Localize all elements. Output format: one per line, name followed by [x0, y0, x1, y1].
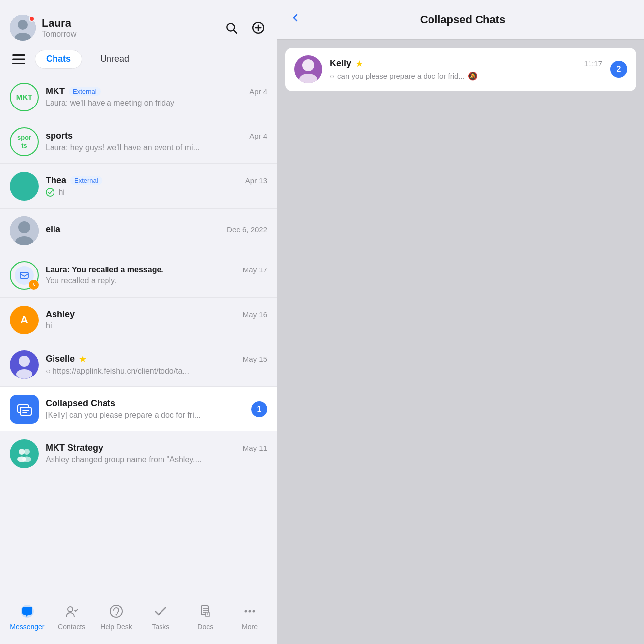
- chat-time-elia: Dec 6, 2022: [227, 225, 267, 234]
- nav-tasks-label: Tasks: [152, 623, 169, 631]
- svg-rect-8: [12, 54, 25, 56]
- chat-preview-mkt-strategy: Ashley changed group name from "Ashley,.…: [46, 455, 234, 464]
- svg-point-39: [249, 610, 251, 612]
- chat-item-sports[interactable]: sports sports Apr 4 Laura: hey guys! we'…: [0, 119, 277, 164]
- kelly-content: Kelly ★ 11:17 ○ can you please prepare a…: [330, 58, 602, 81]
- chat-name-sports: sports: [46, 131, 73, 141]
- svg-point-18: [16, 369, 32, 379]
- chat-content-recalled: Laura: You recalled a message. May 17 Yo…: [46, 266, 267, 285]
- compose-button[interactable]: [249, 19, 267, 37]
- search-button[interactable]: [222, 19, 240, 37]
- chat-preview-sports: Laura: hey guys! we'll have an event of …: [46, 143, 234, 152]
- nav-contacts-label: Contacts: [58, 623, 85, 631]
- helpdesk-icon: [109, 604, 124, 621]
- chat-name-giselle: Giselle: [46, 354, 75, 364]
- messenger-icon: [20, 604, 35, 621]
- chat-name-ashley: Ashley: [46, 309, 75, 320]
- svg-rect-15: [20, 272, 28, 278]
- left-panel: Laura Tomorrow: [0, 0, 277, 644]
- chat-avatar-giselle: [10, 350, 39, 379]
- chat-time-recalled: May 17: [243, 266, 267, 274]
- chat-item-elia[interactable]: elia Dec 6, 2022: [0, 209, 277, 253]
- svg-point-41: [302, 59, 314, 71]
- nav-helpdesk[interactable]: Help Desk: [97, 604, 136, 631]
- giselle-star: ★: [79, 354, 87, 365]
- chat-name-mkt: MKT: [46, 86, 65, 97]
- contacts-icon: [64, 604, 79, 621]
- svg-rect-10: [12, 63, 25, 64]
- nav-tasks[interactable]: Tasks: [141, 604, 180, 631]
- right-header: Collapsed Chats: [277, 0, 644, 40]
- chat-item-giselle[interactable]: Giselle ★ May 15 ○ https://applink.feish…: [0, 342, 277, 387]
- chat-time-mkt: Apr 4: [249, 87, 267, 96]
- nav-docs[interactable]: Docs: [185, 604, 225, 631]
- chat-avatar-mkt: MKT: [10, 83, 39, 111]
- online-indicator: [29, 16, 35, 22]
- chat-item-collapsed[interactable]: Collapsed Chats [Kelly] can you please p…: [0, 387, 277, 431]
- bottom-nav: Messenger Contacts Help Desk: [0, 590, 277, 644]
- svg-point-1: [18, 20, 28, 30]
- chat-name-elia: elia: [46, 224, 60, 235]
- header-left: Laura Tomorrow: [10, 15, 76, 41]
- nav-messenger[interactable]: Messenger: [7, 604, 47, 631]
- chat-content-ashley: Ashley May 16 hi: [46, 309, 267, 330]
- chat-name-mkt-strategy: MKT Strategy: [46, 443, 103, 453]
- kelly-circle-icon: ○: [330, 72, 334, 80]
- chat-avatar-ashley: A: [10, 306, 39, 334]
- chat-preview-giselle: ○ https://applink.feishu.cn/client/todo/…: [46, 367, 234, 376]
- chat-avatar-sports: sports: [10, 127, 39, 156]
- chat-avatar-elia: [10, 216, 39, 245]
- chat-preview-collapsed: [Kelly] can you please prepare a doc for…: [46, 411, 234, 420]
- chat-preview-mkt: Laura: we'll have a meeting on friday: [46, 99, 234, 107]
- chat-preview-recalled: You recalled a reply.: [46, 276, 234, 285]
- nav-more-label: More: [242, 623, 258, 631]
- svg-point-30: [115, 614, 117, 615]
- nav-more[interactable]: More: [230, 604, 269, 631]
- svg-point-11: [46, 188, 54, 196]
- svg-point-40: [253, 610, 255, 612]
- kelly-chat-item[interactable]: Kelly ★ 11:17 ○ can you please prepare a…: [285, 48, 636, 91]
- svg-point-42: [299, 74, 317, 83]
- chat-time-ashley: May 16: [243, 310, 267, 319]
- chat-name-recalled: Laura: You recalled a message.: [46, 266, 163, 274]
- chat-item-ashley[interactable]: A Ashley May 16 hi: [0, 298, 277, 342]
- chat-content-elia: elia Dec 6, 2022: [46, 224, 267, 237]
- external-badge-thea: External: [70, 176, 102, 185]
- nav-contacts[interactable]: Contacts: [52, 604, 92, 631]
- right-content: Kelly ★ 11:17 ○ can you please prepare a…: [277, 40, 644, 644]
- user-name: Laura: [42, 17, 76, 30]
- tasks-icon: [153, 604, 168, 621]
- chat-item-recalled[interactable]: Laura: You recalled a message. May 17 Yo…: [0, 253, 277, 298]
- kelly-avatar: [294, 55, 322, 83]
- right-panel: Collapsed Chats Kelly ★ 11:17: [277, 0, 644, 644]
- back-button[interactable]: [289, 12, 301, 27]
- chat-preview-thea: hi: [46, 188, 234, 197]
- chat-avatar-mkt-strategy: [10, 439, 39, 468]
- docs-icon: [198, 604, 213, 621]
- unread-tab[interactable]: Unread: [89, 50, 140, 68]
- chat-avatar-recalled: [10, 261, 39, 290]
- chat-item-mkt[interactable]: MKT MKT External Apr 4 Laura: we'll have…: [0, 75, 277, 119]
- chats-tab[interactable]: Chats: [35, 50, 82, 69]
- svg-rect-9: [12, 58, 25, 60]
- chat-name-thea: Thea: [46, 175, 66, 186]
- kelly-preview: ○ can you please prepare a doc for frid.…: [330, 71, 602, 81]
- chat-time-thea: Apr 13: [245, 176, 267, 185]
- kelly-time: 11:17: [584, 59, 602, 68]
- header: Laura Tomorrow: [0, 0, 277, 46]
- chat-item-thea[interactable]: Thea External Apr 13 hi: [0, 164, 277, 209]
- kelly-star-icon: ★: [355, 58, 363, 69]
- more-icon: [242, 604, 257, 621]
- kelly-mute-icon: 🔕: [468, 71, 478, 81]
- chat-preview-ashley: hi: [46, 322, 234, 330]
- chat-list: MKT MKT External Apr 4 Laura: we'll have…: [0, 75, 277, 590]
- chat-content-giselle: Giselle ★ May 15 ○ https://applink.feish…: [46, 354, 267, 376]
- nav-helpdesk-label: Help Desk: [100, 623, 132, 631]
- menu-icon[interactable]: [10, 51, 28, 68]
- chat-item-mkt-strategy[interactable]: MKT Strategy May 11 Ashley changed group…: [0, 431, 277, 476]
- user-status: Tomorrow: [42, 30, 76, 39]
- user-avatar-container[interactable]: [10, 15, 36, 41]
- nav-messenger-label: Messenger: [10, 623, 44, 631]
- kelly-badge: 2: [610, 61, 627, 78]
- chat-content-thea: Thea External Apr 13 hi: [46, 175, 267, 197]
